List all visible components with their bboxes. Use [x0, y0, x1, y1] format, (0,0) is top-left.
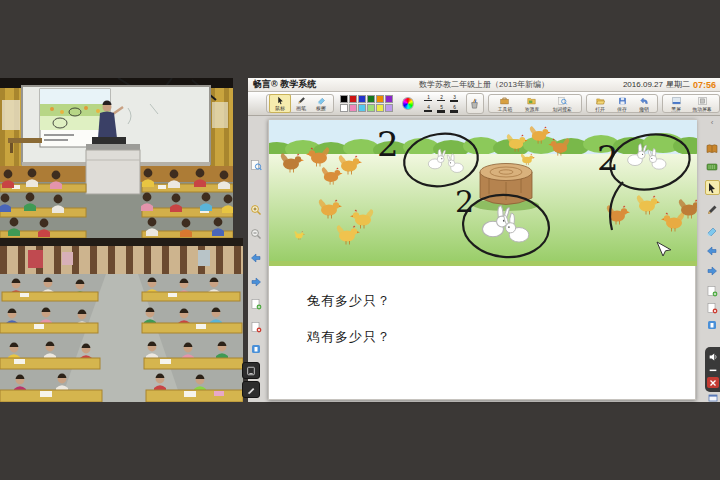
book-icon — [706, 143, 718, 155]
mouse-tool-rail-button[interactable] — [705, 180, 720, 195]
color-swatch[interactable] — [385, 104, 393, 112]
question-rabbits: 兔有多少只？ — [307, 292, 695, 310]
restore-window-icon — [707, 392, 719, 404]
toolbox-button[interactable]: 工具箱 — [491, 95, 518, 113]
color-swatch[interactable] — [340, 95, 348, 103]
color-swatch[interactable] — [385, 95, 393, 103]
stroke-width-option[interactable]: 3 — [449, 94, 460, 104]
delete-page-rail-button[interactable] — [706, 301, 719, 314]
add-page-button[interactable] — [250, 297, 263, 310]
ink-mark: 2 — [597, 138, 619, 178]
color-wheel[interactable] — [402, 97, 414, 110]
arrow-left-icon — [250, 252, 262, 264]
toolbox-icon — [499, 96, 510, 106]
main-toolbar: 鼠标 画笔 板擦 — [248, 92, 720, 116]
lesson-illustration: 2 2 2 — [269, 120, 697, 266]
whiteboard-page[interactable]: 2 2 2 兔有多少只？ 鸡有多少只？ — [268, 119, 696, 400]
undo-button[interactable]: 撤销 — [633, 95, 655, 113]
keyboard-icon — [706, 161, 718, 173]
restore-window-button[interactable] — [707, 390, 719, 408]
stroke-width-picker: 1 2 3 4 5 6 — [423, 94, 460, 114]
tool-label: 画笔 — [296, 105, 306, 110]
collapse-sidebar-button[interactable]: ‹ — [711, 118, 714, 128]
weekday-label: 星期二 — [666, 79, 690, 90]
color-swatch[interactable] — [358, 95, 366, 103]
color-swatch[interactable] — [376, 95, 384, 103]
cursor-icon — [276, 96, 285, 105]
volume-button[interactable] — [707, 351, 719, 362]
mouse-tool-button[interactable]: 鼠标 — [269, 94, 291, 113]
prev-page-button[interactable] — [250, 251, 263, 264]
stroke-width-option[interactable]: 5 — [436, 104, 447, 114]
color-swatch[interactable] — [349, 95, 357, 103]
eraser-tool-button[interactable]: 板擦 — [311, 95, 331, 112]
zoom-out-button[interactable] — [250, 227, 263, 240]
close-button[interactable] — [707, 377, 719, 388]
color-palette — [340, 95, 393, 112]
minimize-icon — [708, 365, 718, 375]
folder-icon — [526, 96, 537, 106]
blue-tool-icon — [250, 343, 262, 355]
screen-icon — [671, 96, 682, 106]
arrow-left-icon — [706, 245, 718, 257]
black-screen-button[interactable]: 黑屏 — [665, 95, 687, 113]
date-label: 2016.09.27 — [623, 80, 663, 89]
left-flyout-handles — [242, 362, 260, 398]
window-controls-flyout — [705, 347, 720, 392]
drag-screen-icon — [697, 96, 708, 106]
time-label: 07:56 — [693, 80, 716, 90]
eraser-icon — [706, 225, 718, 237]
drag-screen-button[interactable]: 拖动屏幕 — [687, 95, 717, 113]
next-page-rail-button[interactable] — [706, 264, 719, 277]
stroke-width-option[interactable]: 4 — [423, 104, 434, 114]
add-page-rail-button[interactable] — [706, 284, 719, 297]
zoom-in-icon — [250, 204, 262, 216]
keyboard-button[interactable] — [706, 160, 719, 173]
pen-tool-button[interactable]: 画笔 — [291, 95, 311, 112]
next-page-button[interactable] — [250, 275, 263, 288]
stroke-width-option[interactable]: 6 — [449, 104, 460, 114]
page-tool-rail-button[interactable] — [706, 318, 719, 331]
eraser-icon — [317, 96, 326, 105]
delete-page-button[interactable] — [250, 320, 263, 333]
tree-stump — [473, 164, 539, 212]
arrow-right-icon — [250, 276, 262, 288]
color-swatch[interactable] — [367, 95, 375, 103]
color-swatch[interactable] — [367, 104, 375, 112]
word-search-button[interactable]: 划词搜索 — [545, 95, 579, 113]
floppy-icon — [617, 96, 628, 106]
tablet-icon — [246, 366, 256, 376]
page-preview-button[interactable] — [250, 158, 263, 171]
handwriting-panel-handle[interactable] — [242, 362, 260, 379]
stroke-width-option[interactable]: 1 — [423, 94, 434, 104]
resource-library-button[interactable]: 资源库 — [518, 95, 545, 113]
open-button[interactable]: 打开 — [589, 95, 611, 113]
cursor-icon — [706, 182, 718, 194]
screen: 畅言® 教学系统 数学苏教二年级上册（2013年新编） 2016.09.27 星… — [0, 0, 720, 480]
clear-ink-button[interactable] — [466, 93, 484, 114]
workspace: 2 2 2 兔有多少只？ 鸡有多少只？ ‹ — [248, 116, 720, 404]
clock: 2016.09.27 星期二 07:56 — [623, 79, 716, 90]
color-swatch[interactable] — [376, 104, 384, 112]
blue-tool-icon — [706, 319, 718, 331]
color-swatch[interactable] — [358, 104, 366, 112]
stroke-width-option[interactable]: 2 — [436, 94, 447, 104]
textbook-button[interactable] — [706, 142, 719, 155]
add-page-icon — [706, 285, 718, 297]
save-button[interactable]: 保存 — [611, 95, 633, 113]
zoom-in-button[interactable] — [250, 203, 263, 216]
tool-group: 鼠标 画笔 板擦 — [266, 94, 334, 113]
color-swatch[interactable] — [340, 104, 348, 112]
tool-label: 板擦 — [316, 105, 326, 110]
color-swatch[interactable] — [349, 104, 357, 112]
minimize-button[interactable] — [707, 364, 719, 375]
arrow-right-icon — [706, 265, 718, 277]
pen-tool-rail-button[interactable] — [706, 203, 719, 216]
pen-panel-icon — [246, 385, 256, 395]
prev-page-rail-button[interactable] — [706, 244, 719, 257]
subject-tools-handle[interactable] — [242, 381, 260, 398]
page-preview-icon — [250, 159, 262, 171]
eraser-tool-rail-button[interactable] — [706, 224, 719, 237]
pencil-icon — [706, 204, 718, 216]
page-tool-button[interactable] — [250, 342, 263, 355]
